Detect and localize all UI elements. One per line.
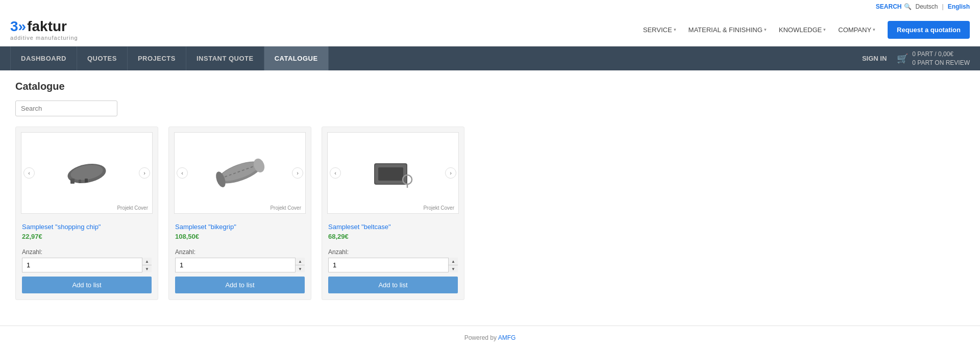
nav-service-label: SERVICE bbox=[643, 26, 672, 34]
logo: 3» faktur additive manufacturing bbox=[10, 18, 78, 41]
carousel-next-button[interactable]: › bbox=[139, 167, 150, 179]
top-bar: SEARCH 🔍 Deutsch | English bbox=[0, 0, 980, 13]
carousel-prev-button[interactable]: ‹ bbox=[330, 167, 341, 179]
anzahl-label: Anzahl: bbox=[175, 248, 305, 256]
product-image bbox=[65, 159, 109, 187]
svg-rect-3 bbox=[85, 179, 88, 183]
main-nav: SERVICE ▾ MATERIAL & FINISHING ▾ KNOWLED… bbox=[643, 21, 970, 39]
qty-down-button[interactable]: ▼ bbox=[449, 265, 458, 272]
search-label: SEARCH bbox=[876, 3, 902, 10]
product-image-area: ‹ Projekt Cover › bbox=[327, 132, 459, 214]
product-name[interactable]: Sampleset "shopping chip" bbox=[22, 223, 152, 231]
nav-bar-left: DASHBOARD QUOTES PROJECTS INSTANT QUOTE … bbox=[10, 46, 329, 70]
qty-down-button[interactable]: ▼ bbox=[296, 265, 305, 272]
product-image bbox=[369, 153, 418, 193]
lang-en[interactable]: English bbox=[948, 3, 970, 10]
logo-faktur: faktur bbox=[27, 18, 67, 35]
quantity-input-wrap: ▲ ▼ bbox=[328, 258, 458, 272]
nav-bar: DASHBOARD QUOTES PROJECTS INSTANT QUOTE … bbox=[0, 46, 980, 70]
svg-rect-12 bbox=[378, 167, 403, 181]
logo-text: 3» faktur bbox=[10, 18, 67, 35]
carousel-next-button[interactable]: › bbox=[445, 167, 456, 179]
product-info: Sampleset "beltcase" 68,29€ bbox=[322, 219, 464, 244]
chevron-down-icon: ▾ bbox=[764, 27, 767, 32]
search-input[interactable] bbox=[15, 101, 117, 116]
chevron-down-icon: ▾ bbox=[823, 27, 826, 32]
sidebar-item-quotes[interactable]: QUOTES bbox=[77, 46, 128, 70]
product-image bbox=[212, 152, 268, 194]
product-price: 68,29€ bbox=[328, 233, 458, 240]
products-grid: ‹ Projekt Cover › Sampleset "shopping ch… bbox=[15, 127, 965, 300]
carousel-prev-button[interactable]: ‹ bbox=[23, 167, 35, 179]
product-card: ‹ Projekt Cover › Sampleset "beltcase" 6… bbox=[322, 127, 464, 300]
product-footer: Anzahl: ▲ ▼ Add to list bbox=[16, 244, 158, 299]
nav-material[interactable]: MATERIAL & FINISHING ▾ bbox=[689, 26, 767, 34]
lang-separator: | bbox=[942, 3, 944, 10]
cart-parts: 0 PART / 0,00€ bbox=[912, 50, 970, 59]
product-footer: Anzahl: ▲ ▼ Add to list bbox=[322, 244, 464, 299]
sidebar-item-projects[interactable]: PROJECTS bbox=[128, 46, 186, 70]
projekt-cover-label: Projekt Cover bbox=[270, 205, 301, 211]
product-card: ‹ Projekt Cover › Sam bbox=[168, 127, 311, 300]
sidebar-item-catalogue[interactable]: CATALOGUE bbox=[264, 46, 329, 70]
cart-icon: 🛒 bbox=[897, 53, 908, 64]
carousel-prev-button[interactable]: ‹ bbox=[177, 167, 188, 179]
qty-up-button[interactable]: ▲ bbox=[296, 258, 305, 265]
amfg-link[interactable]: AMFG bbox=[498, 334, 516, 341]
sidebar-item-dashboard[interactable]: DASHBOARD bbox=[10, 46, 77, 70]
qty-up-button[interactable]: ▲ bbox=[142, 258, 152, 265]
quantity-input[interactable] bbox=[328, 258, 458, 272]
qty-up-button[interactable]: ▲ bbox=[449, 258, 458, 265]
page-content: Catalogue ‹ Projekt Cover › bbox=[0, 70, 980, 310]
product-price: 108,50€ bbox=[175, 233, 305, 240]
sidebar-item-instant-quote[interactable]: INSTANT QUOTE bbox=[186, 46, 264, 70]
product-image-area: ‹ Projekt Cover › bbox=[174, 132, 306, 214]
cart-text: 0 PART / 0,00€ 0 PART ON REVIEW bbox=[912, 50, 970, 67]
anzahl-label: Anzahl: bbox=[22, 248, 152, 256]
quantity-input-wrap: ▲ ▼ bbox=[175, 258, 305, 272]
lang-de[interactable]: Deutsch bbox=[916, 3, 938, 10]
cart-review: 0 PART ON REVIEW bbox=[912, 59, 970, 67]
page-title: Catalogue bbox=[15, 81, 965, 92]
nav-company[interactable]: COMPANY ▾ bbox=[838, 26, 875, 34]
product-image-area: ‹ Projekt Cover › bbox=[21, 132, 153, 214]
anzahl-label: Anzahl: bbox=[328, 248, 458, 256]
search-link[interactable]: SEARCH 🔍 bbox=[876, 3, 912, 10]
nav-company-label: COMPANY bbox=[838, 26, 871, 34]
product-name[interactable]: Sampleset "beltcase" bbox=[328, 223, 458, 231]
product-info: Sampleset "shopping chip" 22,97€ bbox=[16, 219, 158, 244]
cart-area[interactable]: 🛒 0 PART / 0,00€ 0 PART ON REVIEW bbox=[897, 50, 970, 67]
quantity-input[interactable] bbox=[22, 258, 152, 272]
powered-by-label: Powered by bbox=[464, 334, 497, 341]
projekt-cover-label: Projekt Cover bbox=[423, 205, 454, 211]
product-footer: Anzahl: ▲ ▼ Add to list bbox=[169, 244, 311, 299]
product-price: 22,97€ bbox=[22, 233, 152, 240]
qty-arrows: ▲ ▼ bbox=[142, 258, 152, 272]
qty-arrows: ▲ ▼ bbox=[448, 258, 458, 272]
quantity-input-wrap: ▲ ▼ bbox=[22, 258, 152, 272]
product-card: ‹ Projekt Cover › Sampleset "shopping ch… bbox=[15, 127, 158, 300]
qty-down-button[interactable]: ▼ bbox=[142, 265, 152, 272]
quantity-input[interactable] bbox=[175, 258, 305, 272]
nav-bar-right: SIGN IN 🛒 0 PART / 0,00€ 0 PART ON REVIE… bbox=[862, 50, 970, 67]
chevron-down-icon: ▾ bbox=[674, 27, 676, 32]
svg-rect-4 bbox=[79, 180, 81, 183]
sign-in-button[interactable]: SIGN IN bbox=[862, 55, 887, 62]
product-name[interactable]: Sampleset "bikegrip" bbox=[175, 223, 305, 231]
carousel-next-button[interactable]: › bbox=[292, 167, 303, 179]
nav-knowledge-label: KNOWLEDGE bbox=[779, 26, 822, 34]
add-to-list-button[interactable]: Add to list bbox=[22, 277, 152, 293]
add-to-list-button[interactable]: Add to list bbox=[328, 277, 458, 293]
svg-rect-2 bbox=[70, 179, 75, 184]
nav-service[interactable]: SERVICE ▾ bbox=[643, 26, 676, 34]
product-info: Sampleset "bikegrip" 108,50€ bbox=[169, 219, 311, 244]
chevron-down-icon: ▾ bbox=[873, 27, 875, 32]
nav-knowledge[interactable]: KNOWLEDGE ▾ bbox=[779, 26, 826, 34]
qty-arrows: ▲ ▼ bbox=[295, 258, 305, 272]
projekt-cover-label: Projekt Cover bbox=[117, 205, 148, 211]
request-quotation-button[interactable]: Request a quotation bbox=[888, 21, 970, 39]
footer: Powered by AMFG bbox=[0, 326, 980, 349]
logo-3d: 3» bbox=[10, 18, 26, 35]
add-to-list-button[interactable]: Add to list bbox=[175, 277, 305, 293]
header: 3» faktur additive manufacturing SERVICE… bbox=[0, 13, 980, 46]
